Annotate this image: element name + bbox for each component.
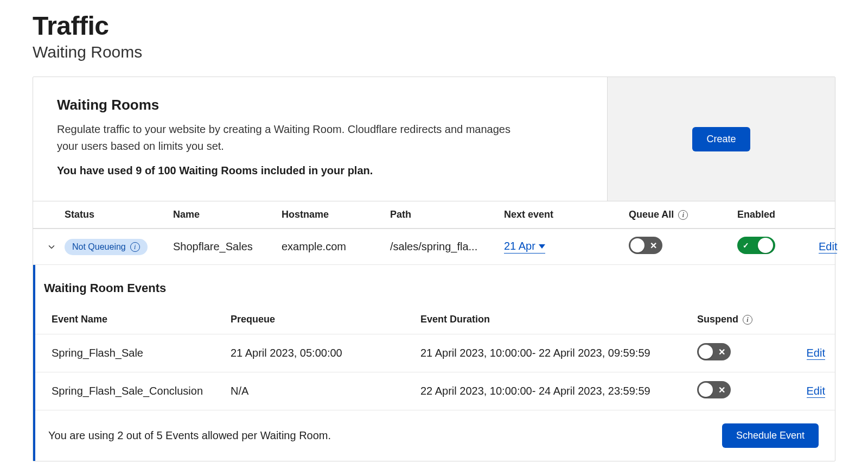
event-name: Spring_Flash_Sale [52, 347, 231, 359]
edit-event-link[interactable]: Edit [807, 347, 825, 360]
page-subtitle: Waiting Rooms [33, 43, 835, 61]
event-duration: 22 April 2023, 10:00:00- 24 April 2023, … [420, 385, 697, 397]
col-queue-all-label: Queue All [629, 209, 674, 220]
rooms-table-header: Status Name Hostname Path Next event Que… [33, 201, 835, 229]
events-footer: You are using 2 out of 5 Events allowed … [35, 410, 835, 461]
event-row: Spring_Flash_Sale 21 April 2023, 05:00:0… [35, 334, 835, 372]
next-event-link[interactable]: 21 Apr [504, 240, 545, 254]
event-prequeue: 21 April 2023, 05:00:00 [231, 347, 420, 359]
edit-event-link[interactable]: Edit [807, 385, 825, 398]
col-suspend: Suspend i [697, 314, 795, 325]
x-icon: ✕ [650, 240, 657, 251]
caret-down-icon [539, 244, 545, 249]
chevron-down-icon[interactable] [47, 242, 56, 252]
intro-description: Regulate traffic to your website by crea… [57, 121, 534, 155]
page-title: Traffic [33, 11, 835, 41]
check-icon: ✓ [743, 241, 749, 250]
x-icon: ✕ [718, 347, 725, 357]
col-enabled: Enabled [737, 209, 819, 220]
event-row: Spring_Flash_Sale_Conclusion N/A 22 Apri… [35, 372, 835, 410]
col-path: Path [390, 209, 504, 220]
col-queue-all: Queue All i [629, 209, 737, 220]
intro-heading: Waiting Rooms [57, 97, 583, 113]
next-event-date: 21 Apr [504, 240, 535, 252]
info-icon[interactable]: i [743, 315, 752, 325]
events-table-header: Event Name Prequeue Event Duration Suspe… [35, 305, 835, 334]
col-prequeue: Prequeue [231, 314, 420, 325]
edit-room-link[interactable]: Edit [819, 240, 837, 254]
enabled-toggle[interactable]: ✓ [737, 237, 775, 254]
col-suspend-label: Suspend [697, 314, 738, 325]
col-next-event: Next event [504, 209, 629, 220]
x-icon: ✕ [718, 385, 725, 395]
col-name: Name [173, 209, 282, 220]
status-badge: Not Queueing i [65, 239, 148, 255]
col-status: Status [65, 209, 173, 220]
status-label: Not Queueing [72, 242, 126, 252]
events-heading: Waiting Room Events [44, 281, 835, 295]
event-duration: 21 April 2023, 10:00:00- 22 April 2023, … [420, 347, 697, 359]
intro-usage: You have used 9 of 100 Waiting Rooms inc… [57, 164, 583, 177]
event-prequeue: N/A [231, 385, 420, 397]
info-icon[interactable]: i [130, 242, 140, 252]
room-path: /sales/spring_fla... [390, 240, 493, 253]
info-icon[interactable]: i [678, 210, 688, 220]
events-panel: Waiting Room Events Event Name Prequeue … [33, 265, 835, 461]
queue-all-toggle[interactable]: ✕ [629, 237, 662, 254]
events-usage-text: You are using 2 out of 5 Events allowed … [48, 429, 331, 442]
room-row: Not Queueing i Shopflare_Sales example.c… [33, 229, 835, 265]
event-name: Spring_Flash_Sale_Conclusion [52, 385, 231, 397]
room-hostname: example.com [282, 240, 390, 253]
schedule-event-button[interactable]: Schedule Event [722, 423, 819, 448]
create-button[interactable]: Create [692, 127, 750, 151]
waiting-rooms-panel: Waiting Rooms Regulate traffic to your w… [33, 77, 835, 461]
suspend-toggle[interactable]: ✕ [697, 381, 731, 398]
col-event-name: Event Name [52, 314, 231, 325]
col-duration: Event Duration [420, 314, 697, 325]
room-name: Shopflare_Sales [173, 240, 282, 253]
col-hostname: Hostname [282, 209, 390, 220]
suspend-toggle[interactable]: ✕ [697, 343, 731, 360]
